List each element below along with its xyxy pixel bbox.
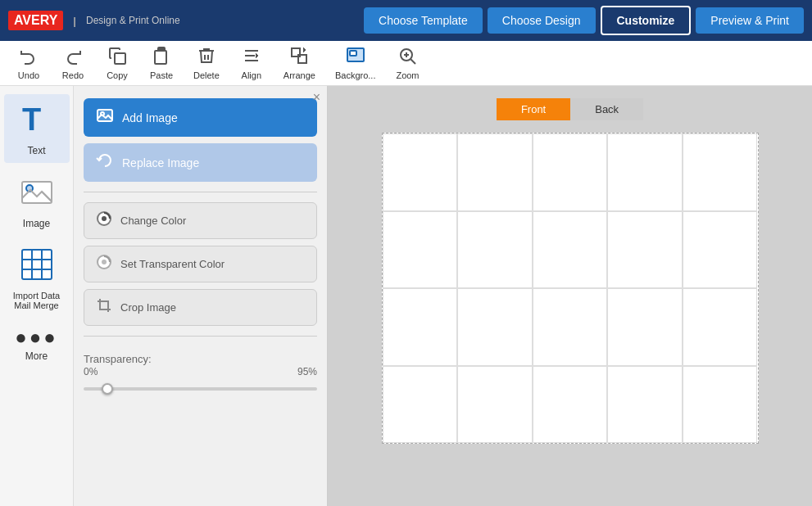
transparency-thumb[interactable] xyxy=(102,383,113,395)
label-cell[interactable] xyxy=(383,288,458,366)
delete-icon xyxy=(197,46,216,69)
canvas-area: Front Back xyxy=(328,86,812,506)
arrange-button[interactable]: Arrange xyxy=(275,43,324,84)
sidebar-item-image[interactable]: Image xyxy=(4,167,70,236)
label-cell[interactable] xyxy=(683,133,758,211)
replace-image-button[interactable]: Replace Image xyxy=(84,143,317,182)
zoom-label: Zoom xyxy=(396,70,419,80)
svg-text:T: T xyxy=(22,102,41,137)
svg-rect-1 xyxy=(155,51,166,64)
label-cell[interactable] xyxy=(383,211,458,289)
set-transparent-color-label: Set Transparent Color xyxy=(120,258,225,270)
transparency-track xyxy=(84,387,317,391)
sidebar-import-label: Import DataMail Merge xyxy=(13,291,60,310)
back-tab-button[interactable]: Back xyxy=(570,98,643,120)
label-cell[interactable] xyxy=(457,288,533,366)
add-image-label: Add Image xyxy=(122,111,178,124)
crop-image-label: Crop Image xyxy=(120,301,176,314)
zoom-button[interactable]: Zoom xyxy=(387,43,428,84)
app-subtitle: Design & Print Online xyxy=(86,15,180,26)
replace-image-label: Replace Image xyxy=(122,156,199,169)
add-image-button[interactable]: Add Image xyxy=(84,98,317,137)
transparency-range-labels: 0% 95% xyxy=(84,366,317,377)
crop-icon xyxy=(96,297,112,318)
panel-close-button[interactable]: × xyxy=(313,91,320,104)
svg-rect-17 xyxy=(22,250,52,279)
paste-button[interactable]: Paste xyxy=(141,43,182,84)
front-tab-button[interactable]: Front xyxy=(497,98,570,120)
redo-button[interactable]: Redo xyxy=(52,43,93,84)
avery-logo: AVERY | Design & Print Online xyxy=(8,11,180,30)
transparency-section: Transparency: 0% 95% xyxy=(84,346,317,402)
panel-separator-2 xyxy=(84,336,317,337)
background-icon xyxy=(346,46,365,69)
front-back-tabs: Front Back xyxy=(497,98,643,120)
left-sidebar: T Text Image xyxy=(0,86,74,506)
sidebar-item-more[interactable]: ●●● More xyxy=(4,321,70,368)
redo-label: Redo xyxy=(62,70,84,80)
background-label: Backgro... xyxy=(335,70,376,80)
set-transparent-color-button[interactable]: Set Transparent Color xyxy=(84,246,317,282)
sidebar-text-label: Text xyxy=(27,145,45,156)
label-cell[interactable] xyxy=(607,211,683,289)
copy-label: Copy xyxy=(107,70,128,80)
text-icon: T xyxy=(19,101,55,142)
label-cell[interactable] xyxy=(533,133,608,211)
transparency-label: Transparency: xyxy=(84,353,152,365)
svg-point-29 xyxy=(102,260,107,264)
panel-separator-1 xyxy=(84,192,317,192)
add-image-icon xyxy=(96,106,114,129)
svg-rect-9 xyxy=(350,51,356,56)
arrange-icon xyxy=(289,46,309,69)
transparency-max: 95% xyxy=(297,366,317,377)
transparency-min: 0% xyxy=(84,366,98,377)
label-cell[interactable] xyxy=(607,133,683,211)
choose-template-button[interactable]: Choose Template xyxy=(364,7,483,34)
copy-button[interactable]: Copy xyxy=(97,43,138,84)
sidebar-item-text[interactable]: T Text xyxy=(4,94,70,163)
label-cell[interactable] xyxy=(683,211,758,289)
label-cell[interactable] xyxy=(683,288,758,366)
redo-icon xyxy=(63,46,83,69)
label-cell[interactable] xyxy=(683,366,758,444)
delete-button[interactable]: Delete xyxy=(185,43,228,84)
label-cell[interactable] xyxy=(607,288,683,366)
undo-icon xyxy=(19,46,39,69)
svg-rect-0 xyxy=(115,53,125,64)
delete-label: Delete xyxy=(193,70,220,80)
label-cell[interactable] xyxy=(533,211,608,289)
replace-image-icon xyxy=(96,151,114,174)
change-color-button[interactable]: Change Color xyxy=(84,202,317,239)
more-icon: ●●● xyxy=(15,328,58,347)
undo-button[interactable]: Undo xyxy=(8,43,49,84)
set-transparent-icon xyxy=(96,254,112,274)
align-icon xyxy=(242,46,261,69)
paste-icon xyxy=(152,46,171,69)
align-button[interactable]: Align xyxy=(231,43,272,84)
choose-design-button[interactable]: Choose Design xyxy=(488,7,596,34)
label-cell[interactable] xyxy=(383,133,458,211)
label-cell[interactable] xyxy=(607,366,683,444)
sidebar-item-import[interactable]: Import DataMail Merge xyxy=(4,240,70,317)
image-panel: × Add Image Replace Image xyxy=(74,86,328,506)
label-cell[interactable] xyxy=(533,366,608,444)
customize-button[interactable]: Customize xyxy=(601,6,692,35)
preview-print-button[interactable]: Preview & Print xyxy=(696,7,804,34)
transparency-slider-wrap[interactable] xyxy=(84,381,317,397)
arrange-label: Arrange xyxy=(284,70,315,80)
label-cell[interactable] xyxy=(383,366,458,444)
label-grid xyxy=(382,133,759,444)
label-cell[interactable] xyxy=(533,288,608,366)
label-cell[interactable] xyxy=(457,211,533,289)
svg-line-11 xyxy=(411,60,416,65)
label-cell[interactable] xyxy=(457,366,533,444)
crop-image-button[interactable]: Crop Image xyxy=(84,289,317,326)
copy-icon xyxy=(107,46,127,69)
import-icon xyxy=(19,246,55,287)
label-cell[interactable] xyxy=(457,133,533,211)
paste-label: Paste xyxy=(150,70,173,80)
background-button[interactable]: Backgro... xyxy=(327,43,384,84)
main-area: T Text Image xyxy=(0,86,812,506)
sidebar-image-label: Image xyxy=(23,218,50,229)
zoom-icon xyxy=(397,46,417,69)
